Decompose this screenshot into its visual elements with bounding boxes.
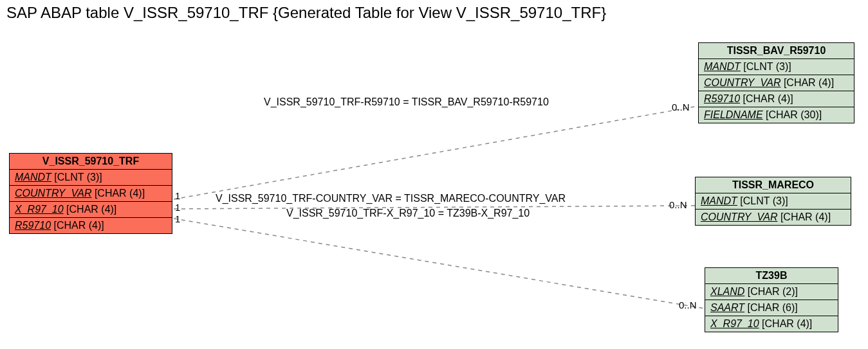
cardinality-left-3: 1 — [175, 213, 180, 224]
field-key: COUNTRY_VAR — [15, 188, 91, 199]
entity-field: X_R97_10 [CHAR (4)] — [705, 316, 838, 332]
field-type: [CHAR (4)] — [780, 77, 834, 88]
relation-label-2: V_ISSR_59710_TRF-COUNTRY_VAR = TISSR_MAR… — [216, 193, 566, 204]
field-type: [CHAR (2)] — [744, 286, 798, 297]
field-key: SAART — [710, 302, 744, 313]
cardinality-right-3: 0..N — [679, 300, 697, 310]
entity-e3: TZ39B XLAND [CHAR (2)] SAART [CHAR (6)] … — [705, 267, 838, 332]
field-key: R59710 — [704, 93, 740, 104]
field-type: [CLNT (3)] — [737, 195, 788, 206]
entity-e1-title: TISSR_BAV_R59710 — [699, 43, 854, 59]
entity-field: COUNTRY_VAR [CHAR (4)] — [699, 75, 854, 91]
field-key: MANDT — [701, 195, 737, 206]
field-type: [CHAR (6)] — [744, 302, 798, 313]
field-key: XLAND — [710, 286, 744, 297]
entity-field: MANDT [CLNT (3)] — [10, 170, 172, 186]
field-type: [CHAR (4)] — [777, 211, 831, 222]
entity-field: XLAND [CHAR (2)] — [705, 284, 838, 300]
field-key: FIELDNAME — [704, 109, 763, 120]
entity-field: COUNTRY_VAR [CHAR (4)] — [10, 186, 172, 202]
entity-main: V_ISSR_59710_TRF MANDT [CLNT (3)] COUNTR… — [9, 153, 172, 234]
field-key: MANDT — [704, 61, 741, 72]
field-type: [CHAR (4)] — [51, 220, 104, 231]
field-key: COUNTRY_VAR — [704, 77, 780, 88]
entity-e2-title: TISSR_MARECO — [696, 177, 851, 193]
cardinality-right-2: 0..N — [669, 199, 687, 210]
entity-main-title: V_ISSR_59710_TRF — [10, 154, 172, 170]
field-key: X_R97_10 — [710, 318, 759, 329]
field-type: [CHAR (4)] — [64, 204, 117, 215]
cardinality-left-2: 1 — [175, 202, 180, 213]
field-type: [CLNT (3)] — [51, 172, 102, 183]
entity-e1: TISSR_BAV_R59710 MANDT [CLNT (3)] COUNTR… — [698, 42, 854, 123]
field-type: [CHAR (4)] — [759, 318, 813, 329]
field-type: [CHAR (30)] — [763, 109, 822, 120]
entity-field: R59710 [CHAR (4)] — [699, 91, 854, 107]
relation-label-3: V_ISSR_59710_TRF-X_R97_10 = TZ39B-X_R97_… — [286, 208, 530, 219]
cardinality-left-1: 1 — [175, 190, 180, 201]
svg-line-0 — [174, 106, 698, 199]
cardinality-right-1: 0..N — [672, 102, 690, 112]
entity-field: R59710 [CHAR (4)] — [10, 218, 172, 233]
entity-field: MANDT [CLNT (3)] — [696, 193, 851, 210]
entity-field: X_R97_10 [CHAR (4)] — [10, 202, 172, 218]
svg-line-2 — [174, 219, 705, 309]
field-key: R59710 — [15, 220, 51, 231]
field-type: [CHAR (4)] — [740, 93, 793, 104]
entity-field: MANDT [CLNT (3)] — [699, 59, 854, 75]
entity-e3-title: TZ39B — [705, 268, 838, 284]
entity-e2: TISSR_MARECO MANDT [CLNT (3)] COUNTRY_VA… — [695, 177, 851, 226]
entity-field: FIELDNAME [CHAR (30)] — [699, 107, 854, 123]
entity-field: COUNTRY_VAR [CHAR (4)] — [696, 210, 851, 225]
field-type: [CHAR (4)] — [91, 188, 145, 199]
entity-field: SAART [CHAR (6)] — [705, 300, 838, 316]
field-key: MANDT — [15, 172, 51, 183]
field-key: COUNTRY_VAR — [701, 211, 777, 222]
relation-label-1: V_ISSR_59710_TRF-R59710 = TISSR_BAV_R597… — [264, 96, 549, 108]
field-key: X_R97_10 — [15, 204, 64, 215]
field-type: [CLNT (3)] — [741, 61, 791, 72]
page-title: SAP ABAP table V_ISSR_59710_TRF {Generat… — [6, 4, 606, 22]
